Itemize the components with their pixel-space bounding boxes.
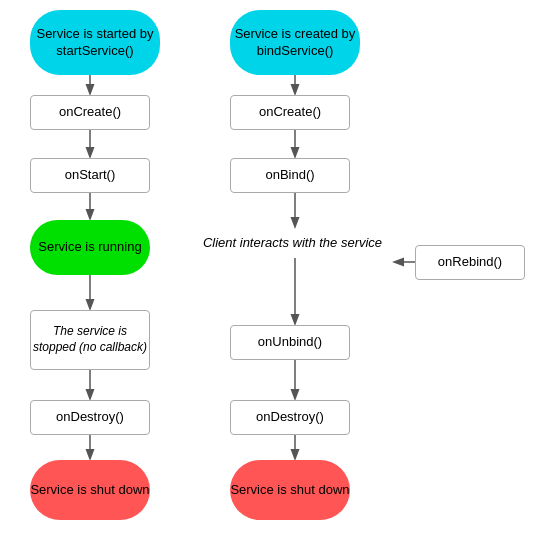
ondestroy-right-node: onDestroy() — [230, 400, 350, 435]
onstart-node: onStart() — [30, 158, 150, 193]
onbind-node: onBind() — [230, 158, 350, 193]
oncreate-left-node: onCreate() — [30, 95, 150, 130]
shutdown-right-node: Service is shut down — [230, 460, 350, 520]
shutdown-left-node: Service is shut down — [30, 460, 150, 520]
lifecycle-diagram: Service is started by startService() onC… — [0, 0, 558, 544]
bind-service-node: Service is created by bindService() — [230, 10, 360, 75]
oncreate-right-node: onCreate() — [230, 95, 350, 130]
service-running-node: Service is running — [30, 220, 150, 275]
service-stopped-node: The service is stopped (no callback) — [30, 310, 150, 370]
ondestroy-left-node: onDestroy() — [30, 400, 150, 435]
start-service-node: Service is started by startService() — [30, 10, 160, 75]
client-interacts-node: Client interacts with the service — [195, 228, 390, 258]
onunbind-node: onUnbind() — [230, 325, 350, 360]
onrebind-node: onRebind() — [415, 245, 525, 280]
